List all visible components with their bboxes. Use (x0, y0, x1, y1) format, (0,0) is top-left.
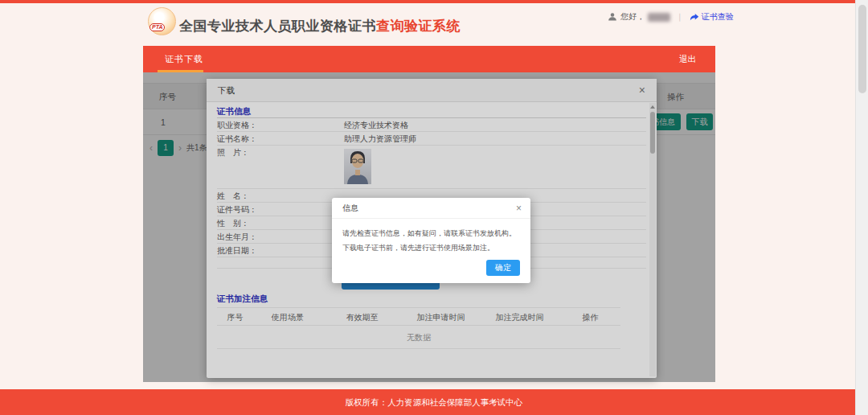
certificate-verify-link[interactable]: 证书查验 (690, 11, 734, 23)
browser-scrollbar-thumb[interactable] (858, 5, 866, 93)
info-dialog-title: 信息 (342, 198, 358, 219)
pta-logo-text: PTA (149, 23, 165, 31)
separator: ｜ (676, 11, 684, 23)
greeting-text: 您好， (620, 11, 645, 23)
user-icon (608, 12, 617, 22)
username-redacted (648, 13, 670, 22)
share-arrow-icon (690, 12, 699, 22)
logout-button[interactable]: 退出 (679, 46, 696, 72)
copyright-text: 版权所有：人力资源和社会保障部人事考试中心 (0, 389, 868, 415)
browser-scrollbar[interactable] (855, 0, 868, 415)
page-title: 全国专业技术人员职业资格证书查询验证系统 (179, 17, 461, 35)
info-dialog-header: 信息 × (332, 198, 530, 219)
main-navbar: 证书下载 退出 (143, 46, 715, 72)
info-message-line2: 下载电子证书前，请先进行证书使用场景加注。 (342, 243, 494, 253)
pta-logo-icon: PTA (148, 7, 176, 35)
user-greeting: 您好， ｜ 证书查验 (608, 11, 734, 23)
page-title-main: 全国专业技术人员职业资格证书 (179, 18, 376, 34)
tab-certificate-download[interactable]: 证书下载 (165, 46, 203, 72)
info-dialog-close-icon[interactable]: × (516, 198, 522, 219)
confirm-button[interactable]: 确定 (486, 260, 520, 276)
footer: 版权所有：人力资源和社会保障部人事考试中心 (0, 389, 868, 415)
info-message-line1: 请先检查证书信息，如有疑问，请联系证书发放机构。 (342, 228, 516, 239)
page-title-accent: 查询验证系统 (376, 18, 461, 34)
info-dialog: 信息 × 请先检查证书信息，如有疑问，请联系证书发放机构。 下载电子证书前，请先… (332, 198, 530, 283)
top-accent-line (0, 0, 868, 3)
verify-link-label: 证书查验 (702, 11, 734, 23)
page: PTA 全国专业技术人员职业资格证书查询验证系统 您好， ｜ 证书查验 证书下载… (0, 0, 868, 415)
